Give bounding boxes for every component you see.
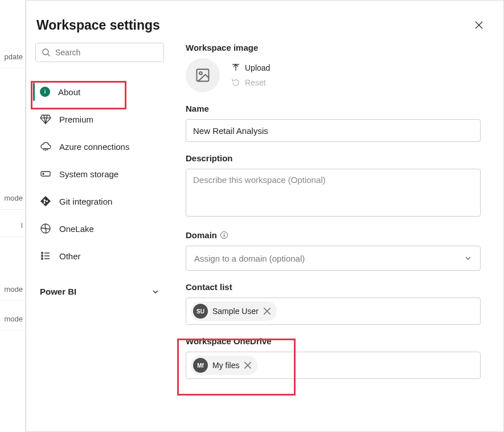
field-label: Description xyxy=(186,153,481,163)
reset-label: Reset xyxy=(245,78,266,87)
nav-item-label: System storage xyxy=(59,169,118,179)
contact-list-input[interactable]: SU Sample User xyxy=(186,297,481,325)
avatar: SU xyxy=(193,304,208,319)
chip-label: Sample User xyxy=(212,307,259,316)
description-textarea[interactable] xyxy=(186,169,481,217)
other-icon xyxy=(40,250,51,262)
nav-item-about[interactable]: i About xyxy=(33,78,166,105)
panel-header: Workspace settings xyxy=(26,1,503,43)
onedrive-input[interactable]: Mf My files xyxy=(186,352,481,379)
name-input[interactable] xyxy=(186,119,481,142)
field-contact-list: Contact list SU Sample User xyxy=(186,282,481,325)
svg-point-19 xyxy=(199,72,202,75)
remove-chip-button[interactable] xyxy=(263,307,271,315)
svg-line-3 xyxy=(48,54,50,56)
image-icon xyxy=(195,67,211,83)
contact-chip: SU Sample User xyxy=(191,301,277,321)
field-domain: Domain i Assign to a domain (optional) xyxy=(186,230,481,271)
close-icon xyxy=(244,361,252,369)
cloud-icon xyxy=(40,141,51,152)
close-button[interactable] xyxy=(469,15,489,35)
upload-icon xyxy=(231,63,240,72)
field-workspace-image: Workspace image Upload Reset xyxy=(186,43,481,92)
info-icon: i xyxy=(40,87,50,97)
diamond-icon xyxy=(40,113,51,125)
nav-item-label: Azure connections xyxy=(59,142,129,152)
field-label: Name xyxy=(186,104,481,113)
background-obscured: pdate mode l mode mode xyxy=(0,0,26,432)
svg-point-12 xyxy=(42,252,43,254)
nav-item-other[interactable]: Other xyxy=(33,242,166,270)
onelake-icon xyxy=(40,223,51,234)
nav-item-label: Other xyxy=(59,251,81,261)
remove-chip-button[interactable] xyxy=(244,361,252,369)
form-content: Workspace image Upload Reset xyxy=(173,43,503,431)
nav-item-label: Premium xyxy=(59,115,93,124)
reset-button: Reset xyxy=(231,78,270,87)
nav-item-label: OneLake xyxy=(59,224,94,234)
field-label: Domain i xyxy=(186,230,481,240)
nav-item-git-integration[interactable]: Git integration xyxy=(33,188,166,215)
nav-item-label: About xyxy=(58,87,80,97)
upload-button[interactable]: Upload xyxy=(231,63,270,72)
domain-select[interactable]: Assign to a domain (optional) xyxy=(186,246,481,271)
svg-rect-18 xyxy=(197,70,209,81)
svg-point-2 xyxy=(43,49,48,55)
nav-item-label: Git integration xyxy=(59,197,112,206)
settings-search[interactable] xyxy=(35,43,164,62)
field-description: Description xyxy=(186,153,481,219)
chip-label: My files xyxy=(212,361,239,370)
workspace-settings-panel: Workspace settings i About Prem xyxy=(26,0,504,432)
onedrive-chip: Mf My files xyxy=(191,356,257,375)
field-name: Name xyxy=(186,104,481,142)
info-icon[interactable]: i xyxy=(220,231,228,239)
close-icon xyxy=(263,307,271,315)
domain-placeholder: Assign to a domain (optional) xyxy=(194,254,305,263)
field-label: Workspace image xyxy=(186,43,481,52)
section-label: Power BI xyxy=(40,287,76,296)
panel-title: Workspace settings xyxy=(36,18,160,33)
workspace-image-placeholder xyxy=(186,58,220,92)
avatar: Mf xyxy=(193,358,208,373)
nav-item-system-storage[interactable]: System storage xyxy=(33,160,166,188)
settings-sidebar: i About Premium Azure connections xyxy=(26,43,173,431)
storage-icon xyxy=(40,168,51,180)
chevron-down-icon xyxy=(151,288,159,296)
nav-item-premium[interactable]: Premium xyxy=(33,105,166,133)
close-icon xyxy=(474,21,483,30)
git-icon xyxy=(40,195,51,207)
chevron-down-icon xyxy=(464,254,472,262)
reset-icon xyxy=(231,78,240,87)
section-power-bi[interactable]: Power BI xyxy=(33,281,166,302)
settings-nav: i About Premium Azure connections xyxy=(33,78,166,270)
search-icon xyxy=(42,48,51,57)
field-label: Contact list xyxy=(186,282,481,292)
svg-point-5 xyxy=(43,173,44,174)
upload-label: Upload xyxy=(245,63,270,72)
field-label: Workspace OneDrive xyxy=(186,336,481,346)
nav-item-azure-connections[interactable]: Azure connections xyxy=(33,133,166,160)
nav-item-onelake[interactable]: OneLake xyxy=(33,215,166,242)
search-input[interactable] xyxy=(55,48,158,57)
field-workspace-onedrive: Workspace OneDrive Mf My files xyxy=(186,336,481,379)
svg-point-14 xyxy=(42,255,43,257)
svg-point-16 xyxy=(42,258,43,260)
